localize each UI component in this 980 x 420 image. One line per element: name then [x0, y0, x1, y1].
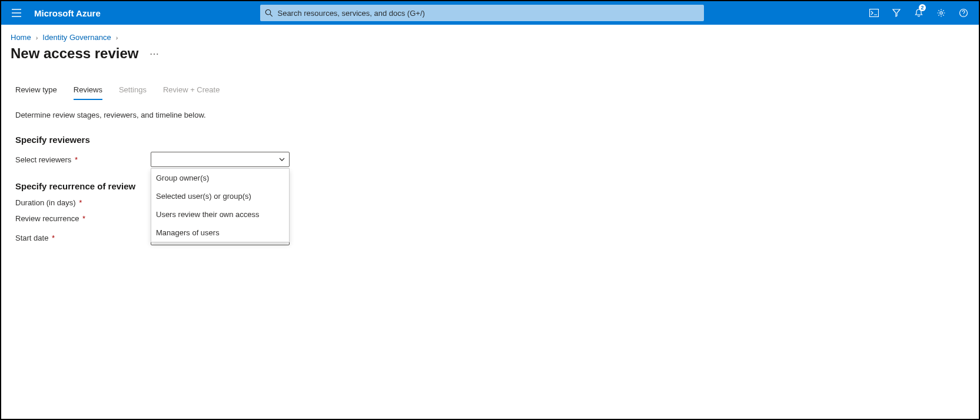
select-reviewers-row: Select reviewers * Group owner(s) Select…	[1, 148, 979, 171]
chevron-right-icon: ›	[116, 34, 118, 41]
chevron-right-icon: ›	[36, 34, 38, 41]
gear-icon	[936, 8, 946, 18]
start-date-label: Start date *	[15, 234, 151, 242]
cloud-shell-icon	[869, 9, 879, 17]
tabs: Review type Reviews Settings Review + Cr…	[1, 68, 979, 100]
select-reviewers-label: Select reviewers *	[15, 155, 151, 164]
duration-label: Duration (in days) *	[15, 198, 151, 207]
settings-button[interactable]	[931, 1, 952, 25]
svg-point-0	[265, 9, 270, 14]
breadcrumb-home[interactable]: Home	[11, 33, 31, 42]
brand-label: Microsoft Azure	[34, 8, 101, 18]
svg-point-2	[940, 12, 942, 14]
search-icon	[265, 9, 273, 17]
tab-settings: Settings	[119, 85, 147, 100]
select-reviewers-label-text: Select reviewers	[15, 155, 71, 164]
search-wrap	[101, 5, 863, 21]
help-button[interactable]	[953, 1, 974, 25]
start-date-row: Start date *	[1, 226, 979, 249]
dropdown-option-selected-users[interactable]: Selected user(s) or group(s)	[151, 187, 289, 205]
tab-review-type[interactable]: Review type	[15, 85, 57, 100]
recurrence-row: Review recurrence *	[1, 211, 979, 226]
recurrence-label: Review recurrence *	[15, 214, 151, 223]
search-input[interactable]	[277, 9, 699, 18]
directory-filter-button[interactable]	[886, 1, 907, 25]
breadcrumb-identity-governance[interactable]: Identity Governance	[42, 33, 111, 42]
dropdown-option-own-access[interactable]: Users review their own access	[151, 205, 289, 224]
notification-badge: 2	[919, 4, 926, 11]
svg-rect-1	[870, 9, 879, 17]
start-date-label-text: Start date	[15, 234, 48, 242]
help-icon	[959, 8, 968, 18]
tab-reviews[interactable]: Reviews	[74, 85, 102, 100]
breadcrumb: Home › Identity Governance ›	[1, 25, 979, 44]
select-reviewers-menu: Group owner(s) Selected user(s) or group…	[151, 168, 290, 242]
required-indicator: *	[49, 234, 55, 242]
tab-review-create: Review + Create	[163, 85, 220, 100]
page-title: New access review	[11, 45, 139, 62]
chevron-down-icon	[278, 156, 285, 163]
dropdown-option-managers[interactable]: Managers of users	[151, 224, 289, 242]
duration-label-text: Duration (in days)	[15, 198, 76, 207]
filter-icon	[892, 8, 901, 18]
tab-description: Determine review stages, reviewers, and …	[1, 100, 979, 124]
hamburger-menu-button[interactable]	[6, 1, 27, 25]
dropdown-option-group-owners[interactable]: Group owner(s)	[151, 169, 289, 187]
required-indicator: *	[80, 214, 85, 223]
select-reviewers-dropdown[interactable]	[151, 152, 290, 167]
recurrence-label-text: Review recurrence	[15, 214, 79, 223]
cloud-shell-button[interactable]	[863, 1, 885, 25]
section-reviewers-title: Specify reviewers	[1, 124, 979, 148]
header-icons: 2	[863, 1, 974, 25]
top-header: Microsoft Azure 2	[1, 1, 979, 25]
more-actions-button[interactable]: ⋯	[150, 48, 160, 59]
required-indicator: *	[77, 198, 82, 207]
section-recurrence-title: Specify recurrence of review	[1, 171, 979, 195]
select-reviewers-control: Group owner(s) Selected user(s) or group…	[151, 152, 290, 167]
required-indicator: *	[72, 155, 78, 164]
hamburger-icon	[12, 9, 21, 17]
page-title-row: New access review ⋯	[1, 44, 979, 68]
notifications-button[interactable]: 2	[908, 1, 929, 25]
duration-row: Duration (in days) *	[1, 195, 979, 211]
global-search[interactable]	[260, 5, 704, 21]
